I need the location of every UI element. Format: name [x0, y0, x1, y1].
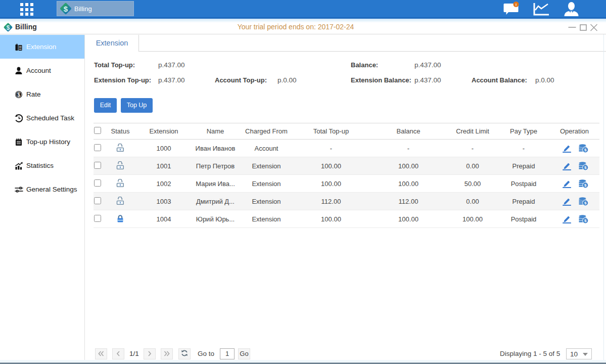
svg-text:$: $: [17, 92, 20, 97]
svg-text:!: !: [516, 3, 517, 7]
svg-text:$: $: [584, 165, 586, 170]
svg-text:$: $: [584, 183, 586, 188]
svg-text:$: $: [584, 148, 586, 152]
svg-text:$: $: [64, 5, 68, 13]
svg-text:$: $: [584, 218, 586, 223]
svg-text:$: $: [584, 201, 586, 205]
